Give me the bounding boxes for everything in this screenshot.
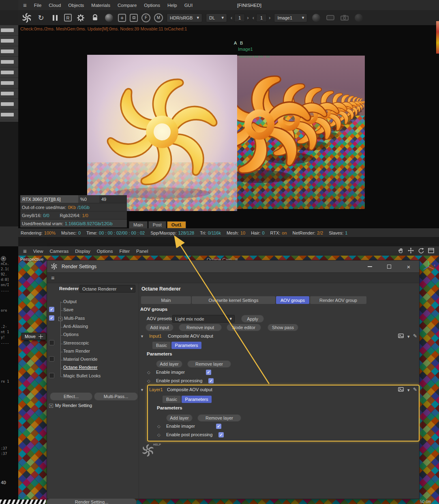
renderer-dropdown[interactable]: Octane Renderer ▾ bbox=[79, 285, 135, 293]
sidebar-item-octane-renderer[interactable]: Octane Renderer bbox=[63, 365, 97, 370]
material-override-checkbox[interactable] bbox=[49, 356, 54, 362]
sidebar-item-teamrender[interactable]: Team Render bbox=[63, 349, 90, 353]
nav-left-icon[interactable]: ‹ bbox=[231, 15, 232, 21]
image-icon[interactable] bbox=[398, 387, 404, 392]
nav-right-icon[interactable]: › bbox=[269, 15, 270, 21]
compare-b-toggle[interactable]: B bbox=[240, 41, 243, 45]
nav-right-icon[interactable]: › bbox=[247, 15, 248, 21]
edit-pencil-icon[interactable]: ✎ bbox=[413, 333, 417, 339]
input1-name[interactable]: Input1 bbox=[149, 334, 162, 338]
layer1-name[interactable]: Layer1 bbox=[149, 387, 163, 392]
collapse-arrow-icon[interactable]: ▼ bbox=[140, 388, 144, 392]
image-dropdown[interactable]: Image1 ▾ bbox=[274, 13, 307, 22]
sidebar-item-stereoscopic[interactable]: Stereoscopic bbox=[63, 340, 89, 345]
pass-value[interactable]: 1 bbox=[234, 14, 245, 22]
menu-gui[interactable]: GUI bbox=[184, 3, 193, 8]
remove-layer-button[interactable]: Remove layer bbox=[187, 360, 231, 368]
chevron-down-icon[interactable]: ▾ bbox=[407, 334, 410, 339]
tab-basic[interactable]: Basic bbox=[163, 396, 181, 403]
toggle-panel-icon[interactable] bbox=[428, 248, 434, 254]
save-checkbox[interactable]: ✓ bbox=[49, 307, 54, 312]
enable-imager-checkbox[interactable]: ✓ bbox=[206, 370, 211, 375]
compare-a-toggle[interactable]: A bbox=[234, 41, 237, 45]
add-input-button[interactable]: Add input bbox=[146, 324, 173, 331]
viewport-label[interactable]: Perspective bbox=[20, 257, 43, 262]
add-node-icon[interactable]: + bbox=[118, 14, 126, 22]
collapse-arrow-icon[interactable]: ▼ bbox=[140, 334, 144, 338]
menu-panel[interactable]: Panel bbox=[136, 249, 148, 254]
tab-aov-groups[interactable]: AOV groups bbox=[276, 296, 309, 304]
menu-compare[interactable]: Compare bbox=[118, 3, 137, 8]
camera-icon[interactable] bbox=[339, 13, 350, 23]
menu-cameras[interactable]: Cameras bbox=[49, 249, 69, 254]
sidebar-item-save[interactable]: Save bbox=[63, 307, 73, 312]
menu-objects[interactable]: Objects bbox=[68, 3, 84, 8]
show-pass-button[interactable]: Show pass bbox=[268, 324, 298, 331]
restart-render-icon[interactable]: ↻ bbox=[36, 13, 46, 23]
rotate-view-icon[interactable] bbox=[418, 248, 424, 254]
tab-out1[interactable]: Out1 bbox=[167, 221, 186, 228]
multipass-button[interactable]: Multi-Pass... bbox=[94, 392, 138, 401]
frame-value[interactable]: 1 bbox=[256, 14, 267, 22]
enable-post-checkbox[interactable]: ✓ bbox=[218, 432, 224, 437]
menu-file[interactable]: File bbox=[34, 3, 42, 8]
material-picker-icon[interactable]: M bbox=[154, 13, 163, 22]
close-button[interactable]: × bbox=[403, 262, 415, 271]
sidebar-item-material-override[interactable]: Material Override bbox=[63, 357, 97, 362]
ball-disabled-icon[interactable] bbox=[353, 13, 364, 23]
tab-parameters[interactable]: Parameters bbox=[182, 396, 212, 403]
sidebar-item-magic-bullet[interactable]: Magic Bullet Looks bbox=[63, 373, 101, 378]
tab-overwrite-kernel[interactable]: Overwrite kernel Settings bbox=[192, 296, 275, 304]
render-sphere-icon[interactable] bbox=[104, 13, 114, 23]
add-layer-button[interactable]: Add layer bbox=[166, 414, 193, 422]
sidebar-item-options[interactable]: Options bbox=[63, 332, 79, 337]
dialog-titlebar[interactable]: Render Settings × bbox=[47, 261, 419, 273]
sidebar-item-antialiasing[interactable]: Anti-Aliasing bbox=[63, 324, 88, 329]
render-setting-expand-icon[interactable]: × bbox=[49, 404, 53, 408]
menu-options[interactable]: Options bbox=[97, 249, 113, 254]
tab-main[interactable]: Main bbox=[141, 296, 191, 304]
magic-bullet-checkbox[interactable] bbox=[49, 373, 54, 378]
lock-resolution-icon[interactable] bbox=[90, 13, 100, 23]
tab-basic[interactable]: Basic bbox=[152, 342, 171, 349]
add-layer-button[interactable]: Add layer bbox=[156, 360, 182, 368]
chevron-down-icon[interactable]: ▾ bbox=[407, 388, 410, 393]
region-render-icon[interactable]: R bbox=[64, 14, 72, 22]
sidebar-item-output[interactable]: Output bbox=[63, 299, 77, 304]
menu-display[interactable]: Display bbox=[75, 249, 90, 254]
multipass-checkbox[interactable]: ✓ bbox=[49, 315, 54, 321]
pan-hand-icon[interactable] bbox=[398, 248, 404, 254]
tab-render-aov-group[interactable]: Render AOV group bbox=[310, 296, 366, 304]
menu-options[interactable]: Options bbox=[144, 3, 160, 8]
stereoscopic-checkbox[interactable] bbox=[49, 340, 54, 345]
render-setting-button[interactable]: Render Setting... bbox=[47, 498, 137, 504]
edit-pencil-icon[interactable]: ✎ bbox=[413, 387, 417, 392]
effect-button[interactable]: Effect... bbox=[50, 392, 92, 401]
sidebar-item-multipass[interactable]: Multi-Pass bbox=[64, 316, 85, 321]
panel-close-icon[interactable]: × bbox=[1, 256, 6, 261]
tab-parameters[interactable]: Parameters bbox=[171, 342, 201, 349]
menu-view[interactable]: View bbox=[33, 249, 43, 254]
sphere-preview-icon[interactable] bbox=[311, 13, 321, 23]
move-view-icon[interactable] bbox=[408, 248, 414, 254]
hamburger-icon[interactable]: ≡ bbox=[23, 248, 27, 254]
material-slab-icon[interactable] bbox=[325, 13, 336, 23]
nav-left-icon[interactable]: ‹ bbox=[253, 15, 254, 21]
film-settings-icon[interactable]: F bbox=[141, 13, 150, 22]
pause-render-icon[interactable] bbox=[50, 13, 60, 23]
settings-gear-icon[interactable] bbox=[75, 13, 86, 23]
hamburger-icon[interactable]: ≡ bbox=[51, 275, 54, 281]
pick-region-icon[interactable] bbox=[130, 14, 138, 22]
dl-dropdown[interactable]: DL ▾ bbox=[206, 13, 227, 22]
colorspace-dropdown[interactable]: HDR/sRGB ▾ bbox=[167, 13, 202, 22]
my-render-setting-item[interactable]: My Render Setting bbox=[55, 403, 92, 408]
aov-presets-dropdown[interactable]: Light mix node ▾ bbox=[172, 315, 235, 323]
menu-materials[interactable]: Materials bbox=[91, 3, 110, 8]
octane-help-logo-icon[interactable] bbox=[141, 444, 154, 457]
remove-input-button[interactable]: Remove input bbox=[179, 324, 222, 331]
tab-main[interactable]: Main bbox=[129, 221, 148, 228]
enable-imager-checkbox[interactable]: ✓ bbox=[216, 424, 221, 429]
node-editor-button[interactable]: Node editor bbox=[227, 324, 261, 331]
tab-post[interactable]: Post bbox=[148, 221, 166, 228]
minimize-button[interactable] bbox=[364, 262, 376, 271]
